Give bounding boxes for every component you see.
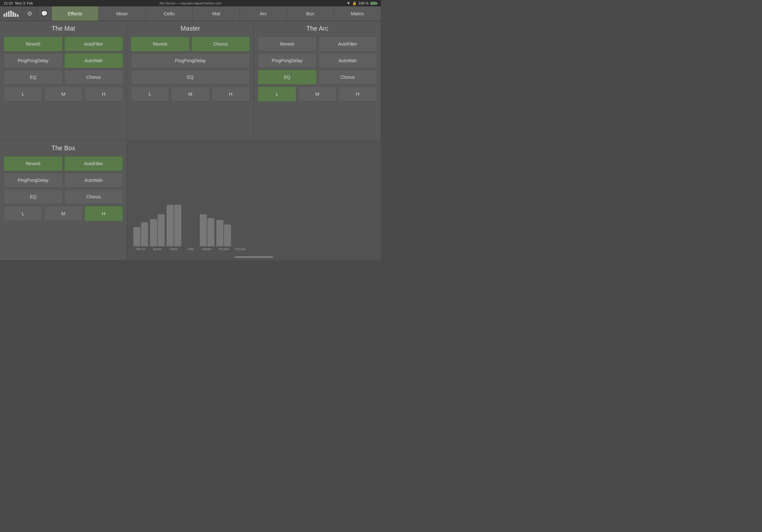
the-arc-chorus[interactable]: Chorus (319, 70, 377, 85)
chart-label-piano: Piano (170, 247, 178, 251)
the-box-autowah[interactable]: AutoWah (64, 173, 123, 187)
the-box-autofilter[interactable]: AutoFilter (64, 156, 123, 171)
url-text: Not Secure — mcp-dev.miguel-franken.com (160, 2, 221, 5)
the-mat-h[interactable]: H (85, 87, 123, 101)
chart-bar-piano-1 (167, 205, 174, 246)
chart-group-arc: The Arc (133, 198, 148, 251)
the-mat-l[interactable]: L (4, 87, 42, 101)
the-arc-reverb[interactable]: Reverb (258, 37, 317, 51)
the-mat-reverb[interactable]: Reverb (4, 37, 62, 51)
the-mat-eq[interactable]: EQ (4, 70, 62, 85)
scrollbar[interactable] (235, 256, 273, 258)
tab-effects[interactable]: Effects (52, 6, 99, 21)
the-box-effects: Reverb AutoFilter PingPongDelay AutoWah … (4, 156, 123, 204)
tab-box[interactable]: Box (287, 6, 334, 21)
master-title: Master (131, 25, 250, 32)
the-mat-pingpong[interactable]: PingPongDelay (4, 53, 62, 68)
master-pingpong[interactable]: PingPongDelay (131, 53, 250, 68)
tab-cello[interactable]: Cello (146, 6, 193, 21)
chart-bars-arc (133, 198, 148, 246)
status-bar: 21:10 Mon 3. Feb Not Secure — mcp-dev.mi… (0, 0, 381, 6)
the-mat-effects: Reverb AutoFilter PingPongDelay AutoWah … (4, 37, 123, 85)
the-mat-chorus[interactable]: Chorus (64, 70, 123, 85)
master-lmh: L M H (131, 87, 250, 101)
chart-bar-mat-1 (216, 220, 223, 246)
chart-label-mat: The Mat (218, 247, 229, 251)
url-bar-inline: Not Secure — mcp-dev.miguel-franken.com (160, 2, 221, 5)
wifi-icon: ▼ (346, 1, 350, 5)
the-box-h[interactable]: H (85, 206, 123, 221)
chart-label-cello: Cello (187, 247, 194, 251)
the-arc-lmh: L M H (258, 87, 377, 101)
the-mat-autofilter[interactable]: AutoFilter (64, 37, 123, 51)
tab-mat-label: Mat (212, 11, 220, 16)
chart-area: The Arc Drums Piano (133, 200, 375, 251)
chart-bars-piano (167, 198, 181, 246)
chart-group-drums: Drums (150, 198, 165, 251)
chart-bar-piano-2 (174, 205, 181, 246)
master-chorus[interactable]: Chorus (191, 37, 250, 51)
chart-bar-drums-1 (150, 219, 157, 246)
master-m[interactable]: M (171, 87, 209, 101)
battery-text: 100 % (359, 1, 369, 5)
tab-mat[interactable]: Mat (193, 6, 240, 21)
chart-bar-master-2 (207, 218, 214, 246)
the-arc-m[interactable]: M (298, 87, 336, 101)
the-arc-h[interactable]: H (339, 87, 377, 101)
tab-mixer[interactable]: Mixer (99, 6, 145, 21)
status-left: 21:10 Mon 3. Feb (4, 1, 33, 5)
the-arc-autowah[interactable]: AutoWah (319, 53, 377, 68)
chart-bars-mat (216, 198, 231, 246)
chart-bars-cello (183, 198, 198, 246)
chart-bars-master (200, 198, 214, 246)
the-arc-pingpong[interactable]: PingPongDelay (258, 53, 317, 68)
master-h[interactable]: H (211, 87, 250, 101)
chart-group-box: The Box (233, 198, 248, 251)
battery-indicator (370, 2, 377, 5)
chart-label-drums: Drums (153, 247, 162, 251)
chart-label-master: Master (203, 247, 211, 251)
time: 21:10 (4, 1, 13, 5)
the-box-reverb[interactable]: Reverb (4, 156, 62, 171)
logo-icon (4, 11, 19, 17)
tab-arc-label: Arc (260, 11, 267, 16)
the-arc-autofilter[interactable]: AutoFilter (319, 37, 377, 51)
nav-bar: ⚙ 💬 Effects Mixer Cello Mat Arc Box Matr… (0, 6, 381, 21)
master-eq[interactable]: EQ (131, 70, 250, 85)
master-l[interactable]: L (131, 87, 169, 101)
the-box-pingpong[interactable]: PingPongDelay (4, 173, 62, 187)
the-mat-autowah[interactable]: AutoWah (64, 53, 123, 68)
chart-panel: The Arc Drums Piano (127, 141, 381, 260)
the-box-eq[interactable]: EQ (4, 189, 62, 204)
chart-label-box: The Box (235, 247, 246, 251)
chat-icon: 💬 (41, 11, 47, 17)
logo (0, 6, 22, 21)
tab-arc[interactable]: Arc (240, 6, 287, 21)
tab-cello-label: Cello (164, 11, 175, 16)
the-box-chorus[interactable]: Chorus (64, 189, 123, 204)
chart-group-master: Master (200, 198, 214, 251)
the-box-l[interactable]: L (4, 206, 42, 221)
tab-mixer-label: Mixer (116, 11, 128, 16)
chat-button[interactable]: 💬 (37, 6, 52, 21)
lock-icon: 🔒 (352, 1, 357, 5)
chart-bars-drums (150, 198, 165, 246)
chart-bar-mat-2 (224, 225, 231, 246)
the-arc-eq[interactable]: EQ (258, 70, 317, 85)
the-mat-m[interactable]: M (44, 87, 82, 101)
chart-bar-master-1 (200, 214, 207, 246)
chart-bar-arc-1 (133, 227, 140, 246)
master-panel: Master Reverb Chorus PingPongDelay EQ L … (127, 21, 254, 141)
tab-box-label: Box (306, 11, 314, 16)
tab-matrix[interactable]: Matrix (334, 6, 381, 21)
chart-bar-arc-2 (141, 222, 148, 246)
chart-group-piano: Piano (167, 198, 181, 251)
master-reverb[interactable]: Reverb (131, 37, 190, 51)
the-arc-l[interactable]: L (258, 87, 296, 101)
settings-button[interactable]: ⚙ (22, 6, 37, 21)
the-arc-title: The Arc (258, 25, 377, 32)
the-box-m[interactable]: M (44, 206, 82, 221)
chart-label-arc: The Arc (136, 247, 145, 251)
the-box-panel: The Box Reverb AutoFilter PingPongDelay … (0, 141, 127, 260)
the-box-lmh: L M H (4, 206, 123, 221)
